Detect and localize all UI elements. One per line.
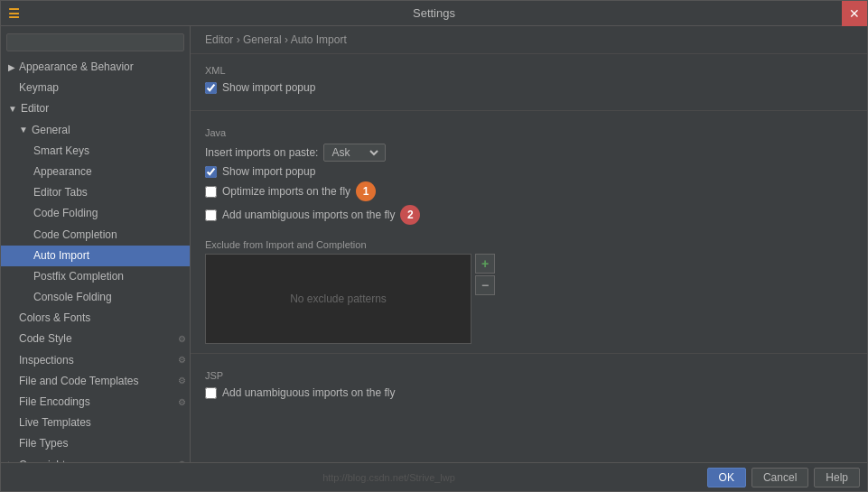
insert-imports-row: Insert imports on paste: Ask Always Neve… <box>205 144 853 162</box>
sidebar-item-file-types[interactable]: File Types <box>1 433 190 454</box>
watermark: http://blog.csdn.net/Strive_lwp <box>1 472 777 483</box>
sidebar-item-editor-tabs[interactable]: Editor Tabs <box>1 182 190 203</box>
add-unambiguous-label: Add unambiguous imports on the fly <box>222 209 395 221</box>
sidebar-item-label: Code Style <box>19 330 72 348</box>
optimize-imports-label: Optimize imports on the fly <box>222 185 350 198</box>
sidebar-item-smart-keys[interactable]: Smart Keys <box>1 141 190 162</box>
sidebar-item-label: File Types <box>19 435 68 452</box>
sidebar-item-label: Auto Import <box>33 247 89 265</box>
sidebar-item-file-encodings[interactable]: File Encodings ⚙ <box>1 392 190 413</box>
help-button[interactable]: Help <box>814 468 860 487</box>
java-show-popup-label: Show import popup <box>222 165 315 178</box>
java-show-popup-row: Show import popup <box>205 165 853 178</box>
sidebar-item-code-folding[interactable]: Code Folding <box>1 203 190 224</box>
settings-icon: ⚙ <box>178 353 186 367</box>
titlebar: ☰ Settings ✕ <box>1 1 867 26</box>
xml-label: XML <box>205 65 853 76</box>
settings-icon: ⚙ <box>178 395 186 410</box>
sidebar-item-postfix-completion[interactable]: Postfix Completion <box>1 266 190 287</box>
jsp-label: JSP <box>205 370 853 381</box>
sidebar-item-appearance2[interactable]: Appearance <box>1 162 190 182</box>
sidebar-item-label: Editor Tabs <box>33 184 88 201</box>
sidebar-item-label: Smart Keys <box>33 143 89 160</box>
sidebar-item-label: Editor <box>21 100 49 117</box>
sidebar-item-label: Console Folding <box>33 289 112 306</box>
sidebar-item-label: Inspections <box>19 352 74 369</box>
sidebar-item-appearance[interactable]: ▶ Appearance & Behavior <box>1 57 190 78</box>
sidebar: ▶ Appearance & Behavior Keymap ▼ Editor … <box>1 26 191 462</box>
sidebar-item-label: File and Code Templates <box>19 373 139 390</box>
xml-show-popup-row: Show import popup <box>205 81 853 94</box>
badge-2: 2 <box>400 205 420 225</box>
jsp-section: JSP Add unambiguous imports on the fly <box>191 359 867 410</box>
jsp-add-unambiguous-checkbox[interactable] <box>205 387 217 399</box>
exclude-patterns-box: No exclude patterns <box>205 254 471 344</box>
sidebar-item-console-folding[interactable]: Console Folding <box>1 287 190 308</box>
bottom-bar: http://blog.csdn.net/Strive_lwp OK Cance… <box>1 462 867 491</box>
optimize-imports-row: Optimize imports on the fly 1 <box>205 181 853 201</box>
xml-section: XML Show import popup <box>191 54 867 105</box>
sidebar-item-label: General <box>32 122 70 139</box>
jsp-add-unambiguous-row: Add unambiguous imports on the fly <box>205 386 853 399</box>
exclude-buttons: + − <box>475 254 495 295</box>
xml-show-popup-checkbox[interactable] <box>205 82 217 94</box>
sidebar-item-label: Colors & Fonts <box>19 310 90 327</box>
exclude-section: Exclude from Import and Completion No ex… <box>191 236 867 348</box>
sidebar-item-label: Code Completion <box>33 227 117 244</box>
search-box[interactable] <box>6 33 184 51</box>
settings-icon: ⚙ <box>178 332 186 347</box>
remove-pattern-button[interactable]: − <box>475 275 495 295</box>
sidebar-item-copyright[interactable]: ▶ Copyright ⚙ <box>1 455 190 462</box>
insert-label: Insert imports on paste: <box>205 146 318 159</box>
sidebar-item-inspections[interactable]: Inspections ⚙ <box>1 350 190 371</box>
xml-show-popup-label: Show import popup <box>222 81 315 94</box>
badge-1: 1 <box>356 181 376 201</box>
sidebar-item-editor[interactable]: ▼ Editor <box>1 98 190 119</box>
sidebar-item-label: Appearance <box>33 163 92 181</box>
arrow-icon: ▼ <box>19 123 28 137</box>
close-button[interactable]: ✕ <box>842 1 867 26</box>
sidebar-item-label: Postfix Completion <box>33 268 124 285</box>
sidebar-item-label: Keymap <box>19 79 59 97</box>
jsp-add-unambiguous-label: Add unambiguous imports on the fly <box>222 386 395 399</box>
add-pattern-button[interactable]: + <box>475 254 495 274</box>
arrow-icon: ▶ <box>8 60 15 75</box>
main-panel: Editor › General › Auto Import XML Show … <box>191 26 867 462</box>
sidebar-item-live-templates[interactable]: Live Templates <box>1 413 190 433</box>
sidebar-item-auto-import[interactable]: Auto Import <box>1 246 190 266</box>
settings-window: ☰ Settings ✕ ▶ Appearance & Behavior Key… <box>0 0 868 492</box>
exclude-empty-label: No exclude patterns <box>290 292 387 305</box>
sidebar-item-label: Appearance & Behavior <box>19 59 134 76</box>
java-label: Java <box>205 127 853 138</box>
add-unambiguous-row: Add unambiguous imports on the fly 2 <box>205 205 853 225</box>
settings-icon: ⚙ <box>178 374 186 388</box>
java-section: Java Insert imports on paste: Ask Always… <box>191 116 867 236</box>
sidebar-item-keymap[interactable]: Keymap <box>1 78 190 98</box>
insert-select[interactable]: Ask Always Never <box>328 145 381 160</box>
close-icon: ✕ <box>849 6 860 21</box>
sidebar-item-file-code-templates[interactable]: File and Code Templates ⚙ <box>1 371 190 392</box>
app-icon: ☰ <box>8 6 20 21</box>
exclude-label: Exclude from Import and Completion <box>205 239 853 250</box>
breadcrumb: Editor › General › Auto Import <box>191 26 867 54</box>
insert-dropdown[interactable]: Ask Always Never <box>323 144 386 162</box>
sidebar-item-code-style[interactable]: Code Style ⚙ <box>1 329 190 349</box>
search-input[interactable] <box>11 36 180 49</box>
window-title: Settings <box>413 6 455 20</box>
content-area: ▶ Appearance & Behavior Keymap ▼ Editor … <box>1 26 867 462</box>
arrow-icon: ▼ <box>8 102 17 116</box>
sidebar-item-label: File Encodings <box>19 394 90 411</box>
add-unambiguous-checkbox[interactable] <box>205 209 217 221</box>
sidebar-item-code-completion[interactable]: Code Completion <box>1 225 190 246</box>
sidebar-item-colors-fonts[interactable]: Colors & Fonts <box>1 308 190 329</box>
sidebar-item-label: Live Templates <box>19 414 91 432</box>
sidebar-item-label: Code Folding <box>33 205 98 222</box>
sidebar-item-general[interactable]: ▼ General <box>1 120 190 141</box>
optimize-imports-checkbox[interactable] <box>205 186 217 198</box>
java-show-popup-checkbox[interactable] <box>205 166 217 178</box>
